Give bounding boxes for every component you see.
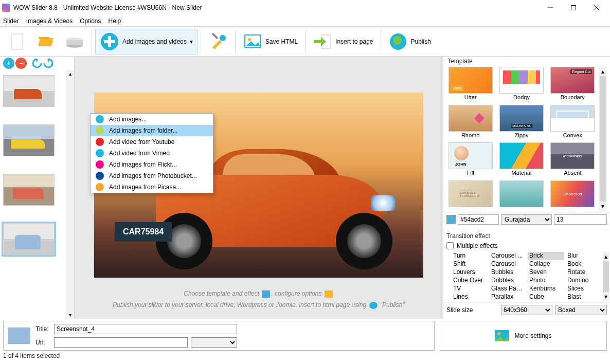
template-thumb [550, 67, 595, 94]
effect-item[interactable]: Dribbles [490, 277, 526, 285]
minimize-button[interactable] [539, 1, 562, 15]
add-slide-button[interactable]: + [3, 58, 14, 69]
rotate-right-icon[interactable] [43, 58, 53, 68]
template-item[interactable]: Absent [549, 142, 597, 179]
thumbnail-3[interactable] [3, 174, 55, 206]
menu-help[interactable]: Help [109, 17, 121, 25]
template-scrollbar[interactable]: ▴ ▾ [599, 67, 607, 211]
dropdown-item[interactable]: Add images from folder... [91, 125, 213, 136]
effect-item[interactable]: Turn [452, 252, 488, 260]
effect-item[interactable]: Kenburns [528, 285, 564, 293]
effect-item[interactable]: Carousel ... [490, 252, 526, 260]
menu-images-videos[interactable]: Images & Videos [26, 17, 73, 25]
multiple-effects-checkbox[interactable] [446, 242, 454, 249]
template-item[interactable]: Boundary [549, 67, 597, 104]
url-input[interactable] [54, 337, 188, 348]
dropdown-item[interactable]: Add images from Photobucket... [91, 170, 213, 181]
layout-select[interactable]: Boxed [555, 305, 607, 315]
more-settings-button[interactable]: More settings [440, 321, 607, 351]
thumbnail-1[interactable] [3, 75, 55, 107]
template-label: Dodgy [513, 94, 530, 100]
effect-item[interactable]: TV [452, 285, 488, 293]
status-text: 1 of 4 items selected [3, 352, 60, 359]
toolbar-separator [235, 30, 236, 53]
effect-item[interactable]: Collage [528, 260, 564, 268]
effect-item[interactable]: Cube [528, 293, 564, 301]
effect-item[interactable]: Book [566, 260, 602, 268]
dropdown-item[interactable]: Add video from Youtube [91, 136, 213, 148]
folder-open-icon [36, 32, 56, 51]
tools-button[interactable] [204, 29, 232, 54]
effect-item[interactable]: Domino [566, 277, 602, 285]
dropdown-item[interactable]: Add images from Flickr... [91, 159, 213, 170]
template-item[interactable]: Zippy [497, 105, 545, 142]
effect-item[interactable]: Brick [528, 252, 564, 260]
scroll-up-icon[interactable]: ▴ [604, 253, 607, 260]
template-item[interactable]: Convex [549, 105, 597, 142]
title-input[interactable] [54, 324, 237, 334]
effect-item[interactable]: Shift [452, 260, 488, 268]
dropdown-item[interactable]: Add video from Vimeo [91, 148, 213, 159]
template-item[interactable]: Utter [446, 67, 494, 104]
effect-item[interactable]: Cube Over [452, 277, 488, 285]
publish-button[interactable]: Publish [384, 29, 435, 54]
maximize-button[interactable] [562, 1, 585, 15]
remove-slide-button[interactable]: − [15, 58, 27, 69]
new-slider-button[interactable] [3, 29, 31, 54]
effect-item[interactable]: Parallax [490, 293, 526, 301]
effect-item[interactable]: Glass Para... [490, 285, 526, 293]
scroll-up-icon[interactable]: ▴ [69, 71, 71, 77]
url-target-select[interactable] [191, 337, 237, 348]
thumbnail-4[interactable] [3, 223, 55, 255]
template-item[interactable]: Material [497, 142, 545, 179]
effect-item[interactable]: Seven [528, 268, 564, 277]
font-select[interactable]: Gurajada [501, 214, 552, 225]
effect-item[interactable]: Slices [566, 285, 602, 293]
rotate-left-icon[interactable] [32, 58, 42, 68]
tools-icon [208, 32, 228, 51]
dropdown-item[interactable]: Add images from Picasa... [91, 181, 213, 193]
template-item[interactable]: Dodgy [497, 67, 545, 104]
title-label: Title: [35, 325, 51, 333]
font-size-input[interactable] [554, 214, 607, 225]
effect-item[interactable]: Rotate [566, 268, 602, 277]
template-item[interactable] [446, 180, 494, 211]
template-item[interactable]: Rhomb [446, 105, 494, 142]
scroll-down-icon[interactable]: ▾ [604, 293, 607, 300]
color-swatch[interactable] [446, 215, 456, 224]
dropdown-item-label: Add images... [109, 116, 147, 123]
slide-size-select[interactable]: 640x360 [501, 305, 552, 315]
save-html-button[interactable]: Save HTML [239, 29, 302, 54]
effect-item[interactable]: Carousel [490, 260, 526, 268]
toolbar-separator [92, 30, 92, 53]
effect-item[interactable]: Louvers [452, 268, 488, 277]
template-label: Boundary [561, 94, 585, 100]
thumbnail-scrollbar[interactable]: ▴ ▾ [66, 70, 74, 319]
effect-item[interactable]: Blur [566, 252, 602, 260]
template-item[interactable] [497, 180, 545, 211]
scroll-down-icon[interactable]: ▾ [601, 203, 604, 210]
dropdown-item-label: Add images from Picasa... [109, 184, 181, 191]
disk-icon [65, 32, 84, 51]
effect-item[interactable]: Photo [528, 277, 564, 285]
thumbnail-2[interactable] [3, 124, 55, 156]
menu-slider[interactable]: Slider [3, 17, 19, 25]
effect-item[interactable]: Blast [566, 293, 602, 301]
add-images-videos-button[interactable]: Add images and videos ▾ [95, 29, 198, 54]
save-button[interactable] [61, 29, 88, 54]
close-button[interactable] [585, 1, 608, 15]
open-button[interactable] [32, 29, 60, 54]
insert-to-page-button[interactable]: Insert to page [309, 29, 377, 54]
color-hex-input[interactable] [458, 214, 499, 225]
scroll-up-icon[interactable]: ▴ [601, 68, 604, 75]
save-html-label: Save HTML [265, 38, 298, 45]
effect-item[interactable]: Lines [452, 293, 488, 301]
effects-scrollbar[interactable]: ▴ ▾ [603, 252, 609, 301]
dropdown-item[interactable]: Add images... [91, 114, 213, 125]
template-item[interactable] [549, 180, 597, 211]
template-label: Zippy [515, 132, 529, 138]
scroll-down-icon[interactable]: ▾ [69, 312, 71, 318]
menu-options[interactable]: Options [80, 17, 101, 25]
template-item[interactable]: Fill [446, 142, 494, 179]
effect-item[interactable]: Bubbles [490, 268, 526, 277]
